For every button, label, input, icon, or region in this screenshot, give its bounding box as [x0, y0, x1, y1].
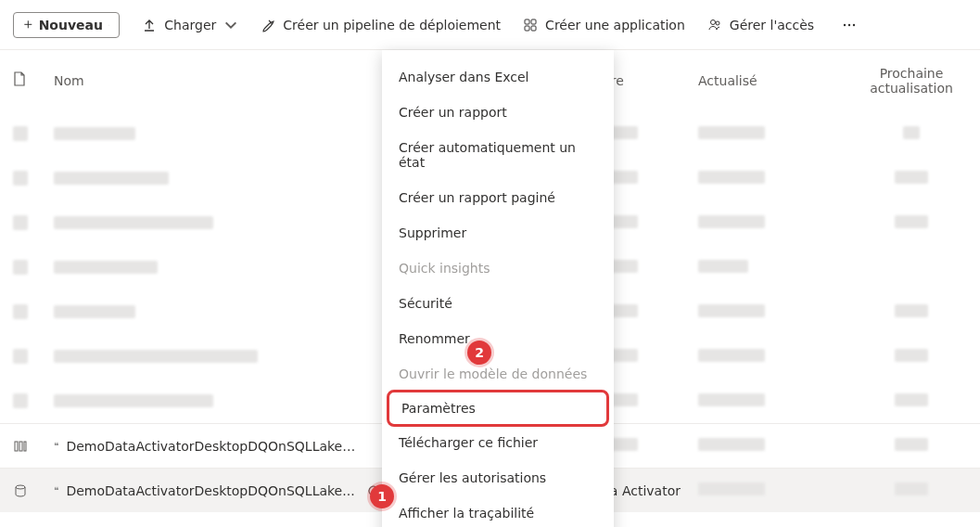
- svg-point-6: [844, 23, 846, 25]
- svg-point-7: [848, 23, 850, 25]
- manage-access-button[interactable]: Gérer l'accès: [707, 18, 814, 32]
- svg-rect-1: [531, 19, 536, 24]
- upload-icon: [142, 18, 157, 32]
- menu-item-t-l-charger-ce-fichier[interactable]: Télécharger ce fichier: [382, 425, 614, 460]
- new-button-label: Nouveau: [39, 18, 103, 32]
- annotation-badge-2: 2: [467, 341, 491, 365]
- toolbar-more-button[interactable]: [836, 14, 862, 36]
- new-button[interactable]: Nouveau: [13, 12, 120, 38]
- rocket-icon: [261, 18, 275, 32]
- svg-rect-11: [24, 442, 26, 451]
- lakehouse-icon: [13, 439, 28, 454]
- menu-item-param-tres[interactable]: Paramètres: [387, 390, 609, 427]
- menu-item-g-rer-les-autorisations[interactable]: Gérer les autorisations: [382, 460, 614, 495]
- workspace-toolbar: Nouveau Charger Créer un pipeline de dép…: [0, 0, 980, 50]
- column-icon-header: [13, 71, 54, 89]
- upload-button[interactable]: Charger: [142, 18, 238, 32]
- create-pipeline-button[interactable]: Créer un pipeline de déploiement: [261, 18, 501, 32]
- svg-point-12: [16, 485, 25, 489]
- upload-label: Charger: [164, 18, 216, 32]
- context-menu: Analyser dans ExcelCréer un rapportCréer…: [382, 50, 614, 527]
- create-app-label: Créer une application: [545, 18, 685, 32]
- menu-item-analyser-dans-excel[interactable]: Analyser dans Excel: [382, 59, 614, 95]
- plus-icon: [23, 19, 33, 30]
- file-icon: [13, 71, 26, 86]
- menu-item-quick-insights: Quick insights: [382, 251, 614, 286]
- item-name: DemoDataActivatorDesktopDQOnSQLLake...: [66, 483, 354, 498]
- svg-rect-10: [19, 442, 22, 451]
- manage-access-label: Gérer l'accès: [730, 18, 814, 32]
- quote-icon: ❝: [54, 441, 58, 451]
- menu-item-cr-er-un-rapport[interactable]: Créer un rapport: [382, 95, 614, 130]
- chevron-down-icon: [223, 18, 238, 32]
- column-refreshed-header[interactable]: Actualisé: [698, 73, 856, 88]
- svg-rect-0: [525, 19, 529, 24]
- annotation-badge-1: 1: [370, 484, 394, 508]
- menu-item-renommer[interactable]: Renommer: [382, 321, 614, 356]
- svg-point-5: [716, 21, 719, 25]
- item-name: DemoDataActivatorDesktopDQOnSQLLakehouse: [66, 439, 363, 454]
- svg-rect-3: [531, 26, 536, 31]
- menu-item-cr-er-automatiquement-un-tat[interactable]: Créer automatiquement un état: [382, 130, 614, 180]
- menu-item-cr-er-un-rapport-pagin-[interactable]: Créer un rapport paginé: [382, 180, 614, 215]
- app-icon: [523, 18, 538, 32]
- people-icon: [707, 18, 722, 32]
- dataset-icon: [13, 483, 28, 498]
- column-next-refresh-header[interactable]: Prochaine actualisation: [856, 66, 967, 96]
- svg-rect-9: [15, 442, 18, 451]
- menu-item-supprimer[interactable]: Supprimer: [382, 215, 614, 251]
- svg-rect-2: [525, 26, 529, 31]
- more-horizontal-icon: [842, 18, 857, 32]
- menu-item-s-curit-[interactable]: Sécurité: [382, 286, 614, 321]
- svg-point-8: [853, 23, 855, 25]
- chevron-down-icon: [108, 19, 109, 31]
- quote-icon: ❝: [54, 485, 58, 495]
- column-name-header[interactable]: Nom: [54, 73, 439, 88]
- menu-item-afficher-la-tra-abilit-[interactable]: Afficher la traçabilité: [382, 495, 614, 527]
- create-pipeline-label: Créer un pipeline de déploiement: [283, 18, 501, 32]
- menu-item-ouvrir-le-mod-le-de-donn-es: Ouvrir le modèle de données: [382, 356, 614, 392]
- svg-point-4: [710, 19, 715, 24]
- create-app-button[interactable]: Créer une application: [523, 18, 685, 32]
